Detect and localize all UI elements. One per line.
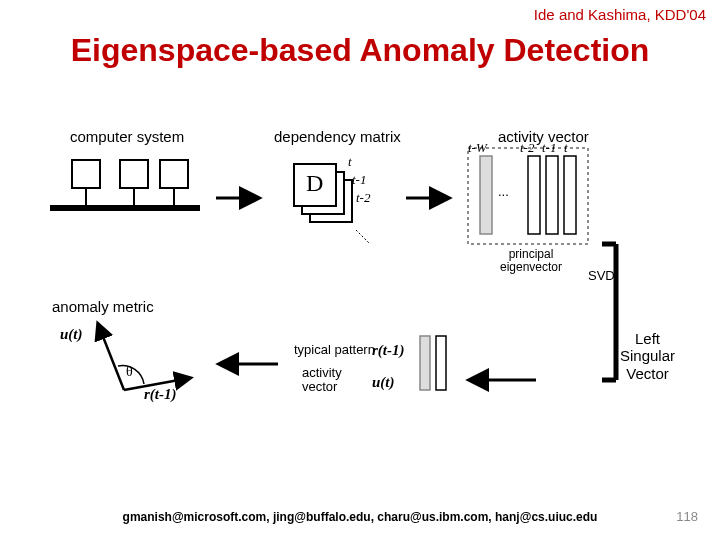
label-tW: t-W xyxy=(468,140,487,156)
svg-rect-16 xyxy=(564,156,576,234)
label-t1: t-1 xyxy=(352,172,366,188)
svg-line-25 xyxy=(98,324,124,390)
svg-rect-0 xyxy=(72,160,100,188)
label-rt1: r(t-1) xyxy=(372,342,405,359)
label-theta: θ xyxy=(126,364,133,380)
label-tb: t xyxy=(564,140,568,156)
label-t2b: t-2 xyxy=(520,140,534,156)
page-number: 118 xyxy=(676,509,698,524)
label-activity-vector2: activity vector xyxy=(302,366,342,395)
citation-text: Ide and Kashima, KDD'04 xyxy=(534,6,706,23)
footer-emails: gmanish@microsoft.com, jing@buffalo.edu,… xyxy=(0,510,720,524)
label-ut: u(t) xyxy=(60,326,83,343)
label-svd: SVD xyxy=(588,268,615,283)
svg-line-11 xyxy=(356,230,370,244)
svg-rect-13 xyxy=(480,156,492,234)
label-t: t xyxy=(348,154,352,170)
label-dots: ... xyxy=(498,184,509,199)
label-t2: t-2 xyxy=(356,190,370,206)
label-dependency-matrix: dependency matrix xyxy=(274,128,401,145)
label-ut2: u(t) xyxy=(372,374,395,391)
label-principal-eigenvector: principal eigenvector xyxy=(500,248,562,274)
label-rt1b: r(t-1) xyxy=(144,386,177,403)
slide-title: Eigenspace-based Anomaly Detection xyxy=(0,32,720,69)
annotation-left-singular-vector: Left Singular Vector xyxy=(620,330,675,382)
svg-rect-15 xyxy=(546,156,558,234)
label-anomaly-metric: anomaly metric xyxy=(52,298,154,315)
svg-rect-2 xyxy=(160,160,188,188)
svg-rect-22 xyxy=(420,336,430,390)
svg-rect-14 xyxy=(528,156,540,234)
label-t1b: t-1 xyxy=(542,140,556,156)
svg-rect-23 xyxy=(436,336,446,390)
label-D: D xyxy=(306,170,323,197)
svg-rect-1 xyxy=(120,160,148,188)
label-typical-pattern: typical pattern xyxy=(294,342,375,357)
label-computer-system: computer system xyxy=(70,128,184,145)
